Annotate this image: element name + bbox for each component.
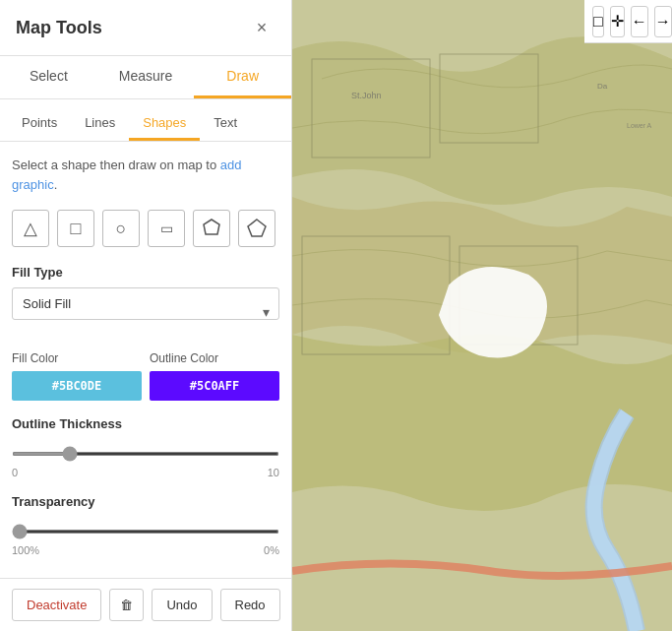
panel-content: Select a shape then draw on map to add g… [0,142,291,578]
map-svg: St.John Da Lower A [292,0,672,631]
fill-color-col: Fill Color #5BC0DE [12,351,142,401]
fill-type-select[interactable]: Solid Fill No Fill Gradient Fill [12,287,279,320]
fill-type-wrapper: Solid Fill No Fill Gradient Fill [12,287,279,336]
forward-tool[interactable]: → [654,6,672,37]
sub-tabs: Points Lines Shapes Text [0,99,291,142]
map-area[interactable]: □ ✛ ← → ⊙ ⌂ 🗑 clear map St.John D [292,0,672,631]
svg-text:Da: Da [597,82,608,91]
transparency-section: Transparency 100% 0% [12,494,279,556]
sub-tab-shapes[interactable]: Shapes [129,107,200,141]
tab-draw[interactable]: Draw [194,56,291,98]
crosshair-tool[interactable]: ✛ [610,6,625,37]
instruction-before: Select a shape then draw on map to [12,158,220,172]
svg-text:St.John: St.John [351,91,382,100]
outline-thickness-range-labels: 0 10 [12,467,279,478]
color-row: Fill Color #5BC0DE Outline Color #5C0AFF [12,351,279,401]
transparency-slider-wrapper [12,517,279,540]
instruction-after: . [54,177,58,192]
sub-tab-points[interactable]: Points [8,107,71,141]
tab-measure[interactable]: Measure [97,56,195,98]
outline-color-swatch[interactable]: #5C0AFF [150,371,279,401]
shape-polygon[interactable] [193,210,230,247]
close-button[interactable]: × [248,14,275,41]
outline-color-label: Outline Color [150,351,279,365]
shape-triangle[interactable]: △ [12,210,49,247]
undo-button[interactable]: Undo [152,589,212,621]
panel-header: Map Tools × [0,0,291,56]
delete-button[interactable]: 🗑 [109,589,144,621]
outline-thickness-slider[interactable] [12,452,279,456]
outline-color-col: Outline Color #5C0AFF [150,351,279,401]
outline-thickness-label: Outline Thickness [12,416,279,431]
fill-color-label: Fill Color [12,351,142,365]
shape-rounded[interactable]: ▭ [148,210,185,247]
sub-tab-text[interactable]: Text [200,107,251,141]
transparency-slider[interactable] [12,530,279,534]
outline-thickness-min: 0 [12,467,18,478]
sub-tab-lines[interactable]: Lines [71,107,129,141]
outline-thickness-section: Outline Thickness 0 10 [12,416,279,478]
fill-type-label: Fill Type [12,265,279,280]
back-tool[interactable]: ← [631,6,648,37]
transparency-range-labels: 100% 0% [12,544,279,556]
tab-select[interactable]: Select [0,56,97,98]
bottom-bar: Deactivate 🗑 Undo Redo [0,578,291,631]
draw-rectangle-tool[interactable]: □ [592,6,604,37]
map-toolbar: □ ✛ ← → ⊙ ⌂ 🗑 clear map [584,0,672,43]
main-tabs: Select Measure Draw [0,56,291,99]
transparency-min-label: 100% [12,544,39,556]
fill-color-swatch[interactable]: #5BC0DE [12,371,142,401]
redo-button[interactable]: Redo [220,589,280,621]
transparency-max-label: 0% [264,544,279,556]
svg-marker-9 [248,220,266,236]
instruction-text: Select a shape then draw on map to add g… [12,156,279,194]
shape-rectangle[interactable]: □ [57,210,94,247]
shape-circle[interactable]: ○ [102,210,140,247]
outline-thickness-slider-wrapper [12,439,279,463]
outline-thickness-max: 10 [268,467,279,478]
shape-freehand[interactable] [238,210,275,247]
panel-title: Map Tools [16,18,102,38]
shape-buttons: △ □ ○ ▭ [12,210,279,247]
transparency-label: Transparency [12,494,279,509]
deactivate-button[interactable]: Deactivate [12,589,101,621]
svg-marker-8 [204,220,219,234]
svg-text:Lower A: Lower A [627,122,652,129]
sidebar-panel: Map Tools × Select Measure Draw Points L… [0,0,292,631]
